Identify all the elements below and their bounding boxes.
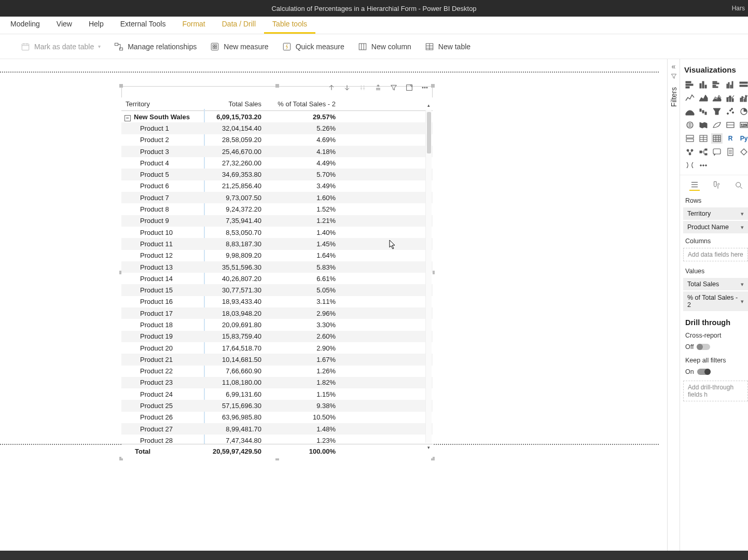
matrix-group-row[interactable]: −New South Wales6,09,15,703.2029.57% — [121, 111, 433, 122]
resize-handle[interactable] — [119, 84, 123, 88]
filled-map-icon[interactable] — [698, 120, 709, 130]
paginated-report-icon[interactable] — [725, 147, 736, 157]
rows-field-territory[interactable]: Territory▾ — [683, 207, 748, 220]
python-visual-icon[interactable]: Py — [738, 133, 748, 144]
expand-all-icon[interactable] — [373, 83, 383, 92]
chevron-down-icon[interactable]: ▾ — [741, 211, 744, 217]
manage-relationships-button[interactable]: Manage relationships — [114, 42, 197, 51]
get-more-visuals-icon[interactable] — [684, 160, 696, 171]
stacked-area-icon[interactable] — [711, 93, 723, 103]
collapse-icon[interactable]: − — [124, 115, 131, 121]
matrix-data-row[interactable]: Product 1335,51,596.305.83% — [121, 261, 433, 273]
expand-filters-icon[interactable]: « — [668, 59, 680, 71]
matrix-data-row[interactable]: Product 1718,03,948.202.96% — [121, 307, 433, 319]
shape-map-icon[interactable] — [711, 120, 723, 130]
stacked-bar-icon[interactable] — [684, 79, 696, 90]
matrix-data-row[interactable]: Product 1530,77,571.305.05% — [121, 284, 433, 296]
matrix-visual[interactable]: Territory Total Sales % of Total Sales -… — [121, 86, 433, 458]
resize-handle[interactable] — [275, 84, 279, 88]
matrix-data-row[interactable]: Product 2110,14,681.501.67% — [121, 354, 433, 365]
map-icon[interactable] — [684, 120, 696, 130]
matrix-visual-icon[interactable] — [711, 133, 723, 144]
chevron-down-icon[interactable]: ▾ — [741, 298, 744, 305]
tab-help[interactable]: Help — [80, 16, 112, 34]
scatter-icon[interactable] — [725, 106, 736, 117]
chevron-down-icon[interactable]: ▾ — [741, 224, 744, 231]
matrix-data-row[interactable]: Product 246,99,131.601.15% — [121, 388, 433, 400]
filter-icon[interactable] — [389, 83, 398, 92]
new-table-button[interactable]: New table — [425, 42, 470, 51]
matrix-data-row[interactable]: Product 1820,09,691.803.30% — [121, 319, 433, 330]
columns-well-placeholder[interactable]: Add data fields here — [683, 248, 748, 261]
hundred-stacked-bar-icon[interactable] — [738, 79, 748, 90]
matrix-data-row[interactable]: Product 97,35,941.401.21% — [121, 215, 433, 227]
keep-all-filters-toggle[interactable]: On — [680, 366, 748, 380]
matrix-data-row[interactable]: Product 129,98,809.201.64% — [121, 250, 433, 261]
format-tab-icon[interactable] — [711, 179, 722, 191]
matrix-data-row[interactable]: Product 2017,64,518.702.90% — [121, 342, 433, 354]
waterfall-icon[interactable] — [698, 106, 709, 117]
scroll-up-icon[interactable]: ▴ — [426, 103, 431, 108]
matrix-data-row[interactable]: Product 1440,26,807.206.61% — [121, 273, 433, 284]
matrix-data-row[interactable]: Product 89,24,372.201.52% — [121, 203, 433, 215]
focus-mode-icon[interactable] — [405, 83, 414, 92]
matrix-data-row[interactable]: Product 621,25,856.403.49% — [121, 180, 433, 192]
tab-modeling[interactable]: Modeling — [2, 16, 48, 34]
tab-view[interactable]: View — [48, 16, 80, 34]
vertical-scrollbar[interactable]: ▴ ▾ — [425, 110, 432, 443]
drill-down-icon[interactable] — [342, 83, 352, 92]
funnel-icon[interactable] — [711, 106, 723, 117]
matrix-data-row[interactable]: Product 278,99,481.701.48% — [121, 423, 433, 435]
matrix-data-row[interactable]: Product 1618,93,433.403.11% — [121, 296, 433, 307]
scroll-thumb[interactable] — [427, 112, 431, 153]
chevron-down-icon[interactable]: ▾ — [741, 281, 744, 288]
matrix-data-row[interactable]: Product 1915,83,759.402.60% — [121, 331, 433, 342]
table-visual-icon[interactable] — [698, 133, 709, 144]
drill-through-placeholder[interactable]: Add drill-through fields h — [683, 381, 748, 401]
col-header-pct[interactable]: % of Total Sales - 2 — [266, 100, 341, 108]
values-field-pct[interactable]: % of Total Sales - 2▾ — [683, 291, 748, 311]
area-chart-icon[interactable] — [698, 93, 709, 103]
cross-report-toggle[interactable]: Off — [680, 341, 748, 355]
new-column-button[interactable]: New column — [358, 42, 411, 51]
scroll-down-icon[interactable]: ▾ — [426, 445, 431, 450]
matrix-data-row[interactable]: Product 287,47,344.801.23% — [121, 435, 433, 444]
more-visuals-icon[interactable] — [698, 160, 709, 171]
toggle-switch[interactable] — [697, 344, 710, 350]
qa-visual-icon[interactable] — [711, 147, 723, 157]
key-influencers-icon[interactable] — [684, 147, 696, 157]
matrix-data-row[interactable]: Product 2663,96,985.8010.50% — [121, 412, 433, 423]
matrix-data-row[interactable]: Product 132,04,154.405.26% — [121, 122, 433, 134]
matrix-data-row[interactable]: Product 118,83,187.301.45% — [121, 238, 433, 249]
matrix-data-row[interactable]: Product 227,66,660.901.26% — [121, 366, 433, 377]
tab-format[interactable]: Format — [174, 16, 213, 34]
gauge-icon[interactable] — [725, 120, 736, 130]
quick-measure-button[interactable]: Quick measure — [282, 42, 344, 51]
tab-external-tools[interactable]: External Tools — [112, 16, 174, 34]
filters-pane-collapsed[interactable]: « Filters — [667, 59, 680, 560]
matrix-data-row[interactable]: Product 2311,08,180.001.82% — [121, 377, 433, 388]
tab-table-tools[interactable]: Table tools — [264, 16, 315, 34]
fields-tab-icon[interactable] — [689, 179, 700, 191]
tab-data-drill[interactable]: Data / Drill — [214, 16, 264, 34]
line-chart-icon[interactable] — [684, 93, 696, 103]
decomposition-tree-icon[interactable] — [698, 147, 709, 157]
more-options-icon[interactable] — [420, 83, 430, 92]
line-clustered-column-icon[interactable] — [738, 93, 748, 103]
stacked-column-icon[interactable] — [698, 79, 709, 90]
clustered-bar-icon[interactable] — [711, 79, 723, 90]
values-field-total-sales[interactable]: Total Sales▾ — [683, 278, 748, 290]
matrix-data-row[interactable]: Product 2557,15,696.309.38% — [121, 400, 433, 411]
drill-up-icon[interactable] — [327, 83, 336, 92]
clustered-column-icon[interactable] — [725, 79, 736, 90]
card-icon[interactable]: 123 — [738, 120, 748, 130]
line-stacked-column-icon[interactable] — [725, 93, 736, 103]
matrix-data-row[interactable]: Product 108,53,050.701.40% — [121, 227, 433, 238]
ribbon-chart-icon[interactable] — [684, 106, 696, 117]
power-apps-icon[interactable] — [738, 147, 748, 157]
resize-handle[interactable] — [431, 84, 435, 88]
rows-field-product-name[interactable]: Product Name▾ — [683, 221, 748, 233]
filters-label[interactable]: Filters — [670, 87, 678, 107]
multi-row-card-icon[interactable] — [684, 133, 696, 144]
matrix-data-row[interactable]: Product 79,73,007.501.60% — [121, 192, 433, 203]
